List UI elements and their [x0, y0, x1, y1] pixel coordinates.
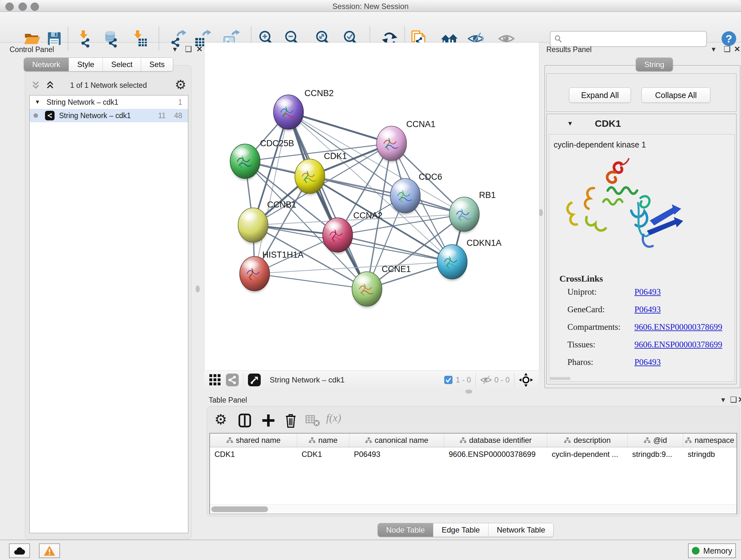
- navigator-crosshair-icon[interactable]: [519, 373, 533, 387]
- table-cell[interactable]: stringdb:9...: [628, 450, 683, 459]
- bottom-splitter-handle[interactable]: [465, 389, 472, 394]
- tab-string[interactable]: String: [636, 58, 673, 71]
- network-edge[interactable]: [310, 176, 464, 214]
- crosslink-value-link[interactable]: 9606.ENSP00000378699: [634, 322, 722, 332]
- crosslink-row: Uniprot: P06493: [567, 287, 727, 297]
- import-table-file-icon[interactable]: [130, 30, 148, 48]
- network-node-cdk1[interactable]: [295, 159, 325, 195]
- grid-view-icon[interactable]: [209, 374, 221, 386]
- control-panel-close-icon[interactable]: ✕: [196, 45, 203, 54]
- table-cell[interactable]: CDK1: [210, 450, 297, 459]
- birds-eye-view-icon[interactable]: [248, 374, 261, 386]
- table-cell[interactable]: 9606.ENSP00000378699: [444, 450, 547, 459]
- results-panel-close-icon[interactable]: ✕: [734, 45, 740, 54]
- control-panel-menu-icon[interactable]: ▾: [173, 45, 177, 54]
- save-session-icon[interactable]: [45, 30, 63, 48]
- table-panel-float-icon[interactable]: ❑: [730, 395, 737, 404]
- cloud-status-button[interactable]: [9, 543, 30, 558]
- node-label-rb1: RB1: [479, 190, 496, 200]
- collapse-all-button[interactable]: Collapse All: [642, 87, 711, 103]
- tab-sets[interactable]: Sets: [141, 58, 173, 71]
- network-view-share-icon[interactable]: [226, 374, 239, 386]
- table-gear-icon[interactable]: ⚙: [214, 411, 227, 428]
- function-builder-icon[interactable]: f(x): [326, 412, 341, 424]
- network-canvas[interactable]: CCNB2CCNA1CDC25BCDK1CDC6RB1CCNB1CCNA2CDK…: [204, 43, 539, 370]
- tab-node-table[interactable]: Node Table: [378, 523, 433, 537]
- add-column-icon[interactable]: [261, 413, 276, 428]
- network-node-ccna2[interactable]: [323, 218, 353, 254]
- network-node-ccnb2[interactable]: [273, 95, 304, 131]
- network-edge[interactable]: [288, 112, 392, 143]
- column-header-description[interactable]: description: [547, 434, 628, 447]
- delete-table-icon[interactable]: [305, 414, 320, 427]
- tab-network-table[interactable]: Network Table: [488, 523, 554, 537]
- import-network-database-icon[interactable]: [102, 30, 120, 48]
- table-cell[interactable]: stringdb: [683, 450, 736, 459]
- table-horizontal-scrollbar[interactable]: [210, 504, 737, 514]
- selected-checkbox-icon[interactable]: [444, 376, 453, 384]
- table-cell[interactable]: CDK1: [297, 450, 349, 459]
- tab-style[interactable]: Style: [69, 58, 103, 71]
- table-row[interactable]: CDK1CDK1P064939606.ENSP00000378699cyclin…: [210, 447, 737, 461]
- crosslink-value-link[interactable]: P06493: [634, 357, 661, 367]
- import-network-file-icon[interactable]: [75, 30, 93, 48]
- column-header-name[interactable]: name: [297, 434, 349, 447]
- crosslink-label: GeneCard:: [567, 305, 634, 314]
- memory-button[interactable]: Memory: [688, 543, 736, 558]
- network-options-gear-icon[interactable]: ⚙: [175, 77, 186, 92]
- inner-scrollbar-remnant: [550, 377, 570, 380]
- crosslink-label: Compartments:: [567, 322, 634, 332]
- delete-column-trash-icon[interactable]: [283, 413, 298, 428]
- network-edge[interactable]: [255, 112, 288, 273]
- tab-select[interactable]: Select: [103, 58, 141, 71]
- scrollbar-thumb[interactable]: [211, 506, 268, 512]
- table-cell[interactable]: P06493: [349, 450, 444, 459]
- results-panel-menu-icon[interactable]: ▾: [712, 45, 716, 54]
- warning-status-button[interactable]: [39, 543, 60, 558]
- network-share-icon: [45, 111, 55, 120]
- export-network-icon[interactable]: [169, 30, 186, 48]
- collapse-all-networks-icon[interactable]: [30, 80, 41, 91]
- table-panel-close-icon[interactable]: ✕: [738, 395, 741, 404]
- network-svg[interactable]: CCNB2CCNA1CDC25BCDK1CDC6RB1CCNB1CCNA2CDK…: [205, 43, 539, 370]
- crosslink-value-link[interactable]: 9606.ENSP00000378699: [634, 340, 722, 350]
- table-cell[interactable]: cyclin-dependent ...: [547, 450, 628, 459]
- window-title: Session: New Session: [0, 2, 741, 11]
- network-edge[interactable]: [288, 112, 367, 289]
- control-panel-float-icon[interactable]: ❑: [185, 45, 192, 54]
- column-header-shared-name[interactable]: shared name: [210, 434, 297, 447]
- crosslink-value-link[interactable]: P06493: [634, 305, 661, 314]
- crosslink-value-link[interactable]: P06493: [634, 287, 661, 297]
- network-node-hist1h1a[interactable]: [240, 256, 270, 293]
- column-header-canonical-name[interactable]: canonical name: [349, 434, 444, 447]
- network-collection-row[interactable]: ▼ String Network – cdk1 1: [30, 96, 188, 109]
- gene-expander-icon[interactable]: ▼: [567, 120, 573, 127]
- protein-structure-image: [557, 153, 694, 272]
- search-field[interactable]: [550, 31, 707, 47]
- memory-status-dot: [692, 547, 699, 555]
- column-header-namespace[interactable]: namespace: [683, 434, 736, 447]
- open-session-icon[interactable]: [23, 30, 41, 48]
- column-header--id[interactable]: @id: [628, 434, 683, 447]
- expand-all-button[interactable]: Expand All: [569, 87, 631, 103]
- network-node-rb1[interactable]: [449, 197, 479, 233]
- results-panel-float-icon[interactable]: ❑: [724, 45, 731, 54]
- tree-expander-icon[interactable]: ▼: [35, 99, 40, 105]
- tab-network[interactable]: Network: [24, 58, 69, 71]
- network-node-cdc6[interactable]: [390, 179, 420, 214]
- network-edge[interactable]: [255, 273, 367, 289]
- table-columns-icon[interactable]: [238, 413, 252, 428]
- left-splitter-handle[interactable]: [196, 286, 200, 293]
- network-node-ccna1[interactable]: [377, 126, 407, 162]
- network-node-cdkn1a[interactable]: [437, 245, 467, 281]
- expand-all-networks-icon[interactable]: [45, 80, 56, 91]
- network-node-cdc25b[interactable]: [230, 144, 260, 180]
- column-header-database-identifier[interactable]: database identifier: [444, 434, 547, 447]
- network-node-ccnb1[interactable]: [238, 208, 268, 244]
- network-node-ccne1[interactable]: [352, 272, 382, 308]
- network-edge[interactable]: [338, 235, 452, 262]
- tab-edge-table[interactable]: Edge Table: [433, 523, 488, 537]
- network-row-selected[interactable]: String Network – cdk1 11 48: [30, 109, 188, 122]
- table-panel-menu-icon[interactable]: ▾: [721, 395, 725, 404]
- search-input[interactable]: [562, 34, 701, 44]
